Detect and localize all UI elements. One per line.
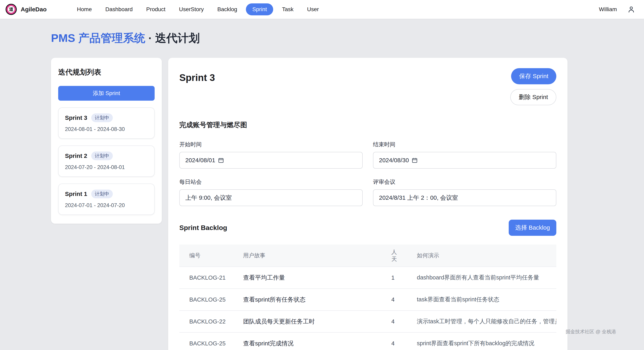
user-profile-icon[interactable] — [627, 6, 635, 13]
sprint-detail-title: Sprint 3 — [179, 72, 215, 83]
nav-items: Home Dashboard Product UserStory Backlog… — [72, 4, 324, 15]
sprint-item-name: Sprint 3 — [65, 114, 87, 121]
start-date-value: 2024/08/01 — [185, 157, 215, 164]
end-date-value: 2024/08/30 — [379, 157, 409, 164]
table-row: BACKLOG-25 查看sprint所有任务状态 4 task界面查看当前sp… — [179, 289, 556, 311]
sprint-list-item-3[interactable]: Sprint 3 计划中 2024-08-01 - 2024-08-30 — [58, 108, 154, 139]
start-time-field-group: 开始时间 2024/08/01 — [179, 141, 363, 168]
top-navbar: 道 AgileDao Home Dashboard Product UserSt… — [0, 0, 644, 19]
app-viewport: 道 AgileDao Home Dashboard Product UserSt… — [0, 0, 644, 350]
cell-id: BACKLOG-25 — [189, 296, 243, 303]
cell-id: BACKLOG-25 — [189, 340, 243, 347]
cell-days: 1 — [391, 274, 417, 281]
brand-name: AgileDao — [21, 6, 47, 13]
table-row: BACKLOG-25 查看sprint完成情况 4 sprint界面查看spri… — [179, 333, 556, 350]
nav-right: William — [599, 6, 635, 13]
brand[interactable]: 道 AgileDao — [6, 4, 47, 15]
cell-story: 查看sprint完成情况 — [243, 340, 391, 348]
sprint-item-name: Sprint 2 — [65, 152, 87, 159]
end-time-field-group: 结束时间 2024/08/30 — [373, 141, 556, 168]
end-date-input[interactable]: 2024/08/30 — [373, 152, 556, 168]
standup-input[interactable] — [179, 189, 363, 206]
page-title: PMS 产品管理系统 · 迭代计划 — [51, 31, 568, 46]
sprint-list-item-2[interactable]: Sprint 2 计划中 2024-07-20 - 2024-08-01 — [58, 146, 154, 177]
review-field-group: 评审会议 — [373, 178, 556, 206]
watermark-text: 掘金技术社区 @ 全栈港 — [566, 328, 616, 335]
cell-id: BACKLOG-22 — [189, 318, 243, 325]
nav-item-userstory[interactable]: UserStory — [174, 4, 208, 15]
sprint-detail-panel: Sprint 3 保存 Sprint 删除 Sprint 完成账号管理与燃尽图 … — [168, 58, 568, 350]
table-row: BACKLOG-22 团队成员每天更新任务工时 4 演示task工时管理，每个人… — [179, 311, 556, 333]
sprint-backlog-title: Sprint Backlog — [179, 224, 227, 232]
nav-item-product[interactable]: Product — [142, 4, 170, 15]
backlog-table: 编号 用户故事 人天 如何演示 BACKLOG-21 查看平均工作量 1 das… — [179, 244, 556, 350]
col-header-days: 人天 — [391, 248, 403, 262]
sprint-item-dates: 2024-07-20 - 2024-08-01 — [65, 164, 148, 170]
sprint-item-dates: 2024-08-01 - 2024-08-30 — [65, 126, 148, 132]
col-header-id: 编号 — [189, 252, 243, 259]
nav-item-sprint[interactable]: Sprint — [246, 4, 273, 15]
col-header-demo: 如何演示 — [417, 252, 556, 259]
cell-demo: sprint界面查看sprint下所有backlog的完成情况 — [417, 340, 556, 348]
sprint-list-title: 迭代规划列表 — [58, 67, 154, 77]
start-date-input[interactable]: 2024/08/01 — [179, 152, 363, 168]
page-title-separator: · — [148, 32, 152, 44]
standup-field-group: 每日站会 — [179, 178, 363, 206]
current-user-name: William — [599, 6, 617, 12]
cell-demo: 演示task工时管理，每个人只能修改自己的任务，管理员可 — [417, 318, 556, 326]
add-sprint-button[interactable]: 添加 Sprint — [58, 86, 154, 101]
sprint-item-name: Sprint 1 — [65, 190, 87, 197]
calendar-icon[interactable] — [218, 157, 224, 163]
col-header-story: 用户故事 — [243, 252, 391, 259]
start-time-label: 开始时间 — [179, 141, 363, 148]
cell-story: 查看平均工作量 — [243, 274, 391, 282]
review-input[interactable] — [373, 189, 556, 206]
sprint-list-item-1[interactable]: Sprint 1 计划中 2024-07-01 - 2024-07-20 — [58, 184, 154, 215]
status-badge: 计划中 — [91, 152, 113, 160]
nav-item-home[interactable]: Home — [72, 4, 97, 15]
cell-demo: task界面查看当前sprint任务状态 — [417, 296, 556, 304]
status-badge: 计划中 — [91, 114, 113, 122]
table-row: BACKLOG-21 查看平均工作量 1 dashboard界面所有人查看当前s… — [179, 267, 556, 289]
page-title-system: PMS 产品管理系统 — [51, 32, 145, 44]
save-sprint-button[interactable]: 保存 Sprint — [511, 68, 556, 84]
page-body: PMS 产品管理系统 · 迭代计划 迭代规划列表 添加 Sprint Sprin… — [0, 19, 644, 350]
sprint-list-panel: 迭代规划列表 添加 Sprint Sprint 3 计划中 2024-08-01… — [51, 58, 162, 224]
cell-days: 4 — [391, 296, 417, 303]
nav-item-user[interactable]: User — [302, 4, 324, 15]
sprint-goal-text: 完成账号管理与燃尽图 — [179, 120, 556, 130]
cell-id: BACKLOG-21 — [189, 274, 243, 281]
cell-days: 4 — [391, 318, 417, 325]
nav-item-dashboard[interactable]: Dashboard — [100, 4, 138, 15]
end-time-label: 结束时间 — [373, 141, 556, 148]
cell-demo: dashboard界面所有人查看当前sprint平均任务量 — [417, 274, 556, 282]
table-header-row: 编号 用户故事 人天 如何演示 — [179, 244, 556, 267]
select-backlog-button[interactable]: 选择 Backlog — [509, 220, 556, 236]
sprint-item-dates: 2024-07-01 - 2024-07-20 — [65, 202, 148, 208]
page-title-section: 迭代计划 — [155, 32, 200, 44]
standup-label: 每日站会 — [179, 178, 363, 186]
sprint-form: 开始时间 2024/08/01 结束时间 — [179, 141, 556, 206]
agiledao-logo-icon: 道 — [6, 4, 17, 15]
review-label: 评审会议 — [373, 178, 556, 186]
delete-sprint-button[interactable]: 删除 Sprint — [510, 89, 556, 105]
status-badge: 计划中 — [91, 190, 113, 198]
calendar-icon[interactable] — [412, 157, 418, 163]
nav-item-backlog[interactable]: Backlog — [212, 4, 242, 15]
cell-days: 4 — [391, 340, 417, 347]
cell-story: 团队成员每天更新任务工时 — [243, 318, 391, 326]
cell-story: 查看sprint所有任务状态 — [243, 296, 391, 304]
nav-item-task[interactable]: Task — [277, 4, 298, 15]
